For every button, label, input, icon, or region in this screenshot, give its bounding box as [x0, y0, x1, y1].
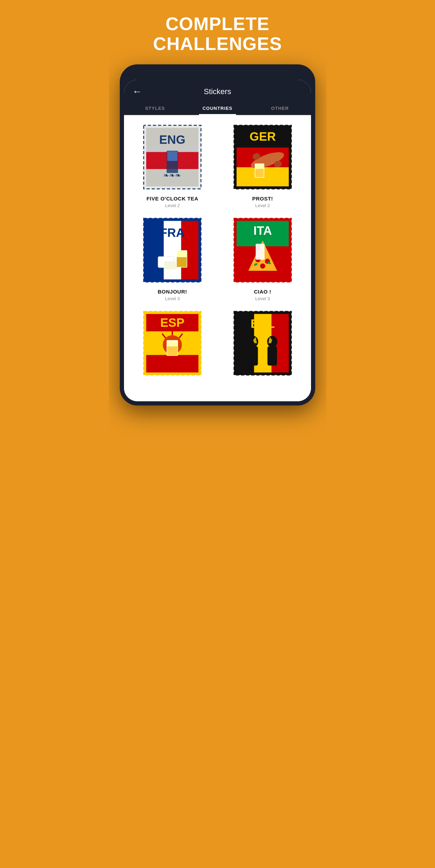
sticker-item-fra[interactable]: FRA BONJOUR! Level 3	[131, 215, 214, 301]
sticker-level-eng: Level 2	[165, 203, 180, 208]
phone-container: ← Stickers STYLES COUNTRIES OTHER	[120, 64, 316, 405]
phone-screen: ← Stickers STYLES COUNTRIES OTHER	[124, 80, 311, 401]
svg-rect-58	[167, 341, 178, 346]
svg-point-43	[260, 264, 265, 269]
screen-title: Stickers	[204, 87, 231, 96]
svg-text:ITA: ITA	[253, 224, 272, 238]
tab-countries[interactable]: COUNTRIES	[186, 102, 249, 114]
sticker-level-ger: Level 2	[255, 203, 270, 208]
sticker-item-ger[interactable]: GER PROST! Level 2	[221, 122, 304, 208]
sticker-stamp-bel: BEL	[228, 308, 298, 378]
sticker-name-ita: CIAO !	[254, 289, 271, 295]
sticker-stamp-esp: ESP	[137, 308, 207, 378]
svg-rect-32	[177, 251, 187, 257]
svg-rect-33	[177, 257, 187, 267]
app-header: ← Stickers	[124, 80, 311, 97]
svg-text:ESP: ESP	[160, 316, 185, 329]
svg-text:GER: GER	[249, 130, 276, 143]
back-button[interactable]: ←	[132, 87, 142, 97]
sticker-item-bel[interactable]: BEL BEL Level 4	[221, 308, 304, 394]
svg-rect-69	[267, 346, 277, 366]
sticker-stamp-fra: FRA	[137, 215, 207, 285]
svg-text:FRA: FRA	[160, 226, 185, 239]
sticker-level-fra: Level 3	[165, 296, 180, 301]
sticker-stamp-eng: ENG ❧❧❧	[137, 122, 207, 192]
sticker-level-ita: Level 3	[255, 296, 270, 301]
phone-notch	[196, 69, 239, 77]
svg-text:ENG: ENG	[159, 133, 186, 146]
sticker-item-esp[interactable]: ESP ESP Level 4	[131, 308, 214, 394]
sticker-name-ger: PROST!	[252, 196, 273, 202]
sticker-item-eng[interactable]: ENG ❧❧❧ FIVE O'CLOCK TEA Level 2	[131, 122, 214, 208]
sticker-item-ita[interactable]: ITA CIAO !	[221, 215, 304, 301]
tab-styles[interactable]: STYLES	[124, 102, 186, 114]
svg-rect-21	[255, 164, 264, 169]
sticker-name-fra: BONJOUR!	[158, 289, 187, 295]
svg-text:BEL: BEL	[250, 317, 275, 331]
tab-other[interactable]: OTHER	[249, 102, 311, 114]
page-title: COMPLETE CHALLENGES	[116, 14, 319, 54]
svg-rect-46	[256, 244, 264, 260]
svg-rect-30	[165, 261, 177, 269]
page-header: COMPLETE CHALLENGES	[109, 0, 326, 64]
svg-point-66	[248, 336, 258, 347]
tabs-container: STYLES COUNTRIES OTHER	[124, 97, 311, 115]
stickers-grid: ENG ❧❧❧ FIVE O'CLOCK TEA Level 2	[124, 115, 311, 401]
svg-rect-67	[248, 346, 258, 366]
svg-rect-59	[167, 346, 178, 355]
svg-point-68	[267, 336, 277, 347]
sticker-name-eng: FIVE O'CLOCK TEA	[146, 196, 198, 202]
svg-rect-22	[255, 169, 264, 177]
sticker-stamp-ger: GER	[228, 122, 298, 192]
svg-rect-51	[146, 355, 199, 373]
svg-rect-9	[167, 151, 178, 161]
svg-text:❧❧❧: ❧❧❧	[164, 171, 181, 179]
sticker-stamp-ita: ITA	[228, 215, 298, 285]
